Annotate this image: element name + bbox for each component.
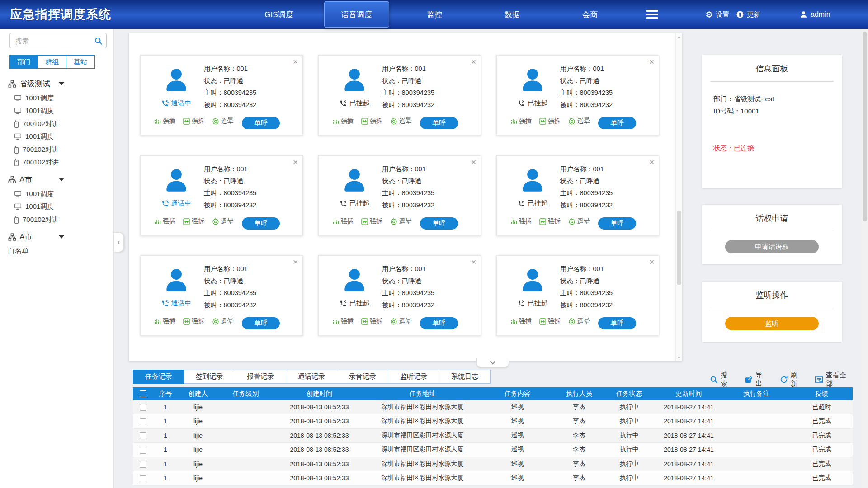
force-release-button[interactable]: 强拆 <box>183 217 204 225</box>
single-call-button[interactable]: 单呼 <box>420 217 458 230</box>
single-call-button[interactable]: 单呼 <box>420 117 458 129</box>
force-release-button[interactable]: 强拆 <box>539 217 561 225</box>
close-icon[interactable]: × <box>293 258 298 266</box>
caret-down-icon[interactable] <box>59 235 64 239</box>
single-call-button[interactable]: 单呼 <box>242 217 280 230</box>
close-icon[interactable]: × <box>293 57 298 66</box>
records-tab[interactable]: 签到记录 <box>184 370 235 384</box>
nav-tab[interactable]: 语音调度 <box>318 0 396 29</box>
tree-item[interactable]: 700102对讲 <box>8 213 112 226</box>
tree-item[interactable]: 1001调度 <box>8 201 112 214</box>
tree-item[interactable]: 700102对讲 <box>8 156 112 169</box>
single-call-button[interactable]: 单呼 <box>420 317 458 329</box>
records-tab[interactable]: 录音记录 <box>337 370 388 384</box>
force-insert-button[interactable]: 强插 <box>332 217 354 225</box>
records-tab[interactable]: 任务记录 <box>133 370 184 384</box>
nav-tab[interactable]: GIS调度 <box>240 0 318 29</box>
tree-item[interactable]: 白名单 <box>8 245 112 258</box>
force-insert-button[interactable]: 强插 <box>154 317 175 325</box>
caret-down-icon[interactable] <box>59 82 64 85</box>
caret-down-icon[interactable] <box>59 178 64 181</box>
nav-tab[interactable]: 监控 <box>396 0 473 29</box>
force-insert-button[interactable]: 强插 <box>332 317 354 325</box>
remote-stun-button[interactable]: 遥晕 <box>212 317 234 325</box>
force-release-button[interactable]: 强拆 <box>183 117 204 125</box>
close-icon[interactable]: × <box>293 158 298 166</box>
remote-stun-button[interactable]: 遥晕 <box>212 117 234 125</box>
remote-stun-button[interactable]: 遥晕 <box>390 217 412 225</box>
force-release-button[interactable]: 强拆 <box>361 217 382 225</box>
close-icon[interactable]: × <box>471 158 476 166</box>
force-insert-button[interactable]: 强插 <box>154 217 175 225</box>
tree-item[interactable]: 1001调度 <box>8 92 112 105</box>
scroll-down-arrow-icon[interactable]: ▼ <box>676 354 682 361</box>
single-call-button[interactable]: 单呼 <box>598 217 636 230</box>
force-insert-button[interactable]: 强插 <box>510 217 532 225</box>
tree-group[interactable]: A市 <box>8 172 112 188</box>
nav-tab[interactable]: 会商 <box>551 0 629 29</box>
row-checkbox[interactable] <box>140 418 146 425</box>
records-tab[interactable]: 通话记录 <box>286 370 337 384</box>
scroll-up-arrow-icon[interactable]: ▲ <box>676 33 682 40</box>
single-call-button[interactable]: 单呼 <box>598 317 636 329</box>
tree-group[interactable]: A市 <box>8 229 112 245</box>
remote-stun-button[interactable]: 遥晕 <box>568 217 590 225</box>
menu-icon[interactable] <box>646 10 658 21</box>
single-call-button[interactable]: 单呼 <box>242 117 280 129</box>
row-checkbox[interactable] <box>140 447 146 454</box>
search-input[interactable] <box>9 33 107 48</box>
tree-item[interactable]: 1001调度 <box>8 105 112 118</box>
force-insert-button[interactable]: 强插 <box>510 117 532 125</box>
sidebar-tab[interactable]: 群组 <box>38 55 66 69</box>
nav-tab[interactable]: 数据 <box>473 0 551 29</box>
remote-stun-button[interactable]: 遥晕 <box>390 117 412 125</box>
sidebar-tab[interactable]: 部门 <box>9 55 38 69</box>
remote-stun-button[interactable]: 遥晕 <box>568 317 590 325</box>
single-call-button[interactable]: 单呼 <box>242 317 280 329</box>
request-floor-button[interactable]: 申请话语权 <box>725 240 819 253</box>
tree-item[interactable]: 700102对讲 <box>8 143 112 156</box>
page-scrollbar[interactable] <box>862 29 868 488</box>
tree-group[interactable]: 省级测试 <box>8 76 112 92</box>
force-release-button[interactable]: 强拆 <box>361 317 382 325</box>
search-button[interactable]: 搜索 <box>710 371 734 388</box>
export-button[interactable]: 导出 <box>745 371 769 388</box>
remote-stun-button[interactable]: 遥晕 <box>390 317 412 325</box>
update-button[interactable]: 更新 <box>736 0 760 29</box>
scrollbar-thumb[interactable] <box>677 211 681 285</box>
records-tab[interactable]: 监听记录 <box>388 370 439 384</box>
tree-item[interactable]: 1001调度 <box>8 188 112 201</box>
row-checkbox[interactable] <box>140 432 146 439</box>
remote-stun-button[interactable]: 遥晕 <box>212 217 234 225</box>
monitor-button[interactable]: 监听 <box>725 317 819 330</box>
force-insert-button[interactable]: 强插 <box>332 117 354 125</box>
row-checkbox[interactable] <box>140 475 146 482</box>
settings-button[interactable]: ⚙ 设置 <box>705 0 729 29</box>
force-release-button[interactable]: 强拆 <box>539 117 561 125</box>
force-release-button[interactable]: 强拆 <box>539 317 561 325</box>
remote-stun-button[interactable]: 遥晕 <box>568 117 590 125</box>
close-icon[interactable]: × <box>649 57 654 66</box>
single-call-button[interactable]: 单呼 <box>598 117 636 129</box>
tree-item[interactable]: 700102对讲 <box>8 117 112 131</box>
records-tab[interactable]: 系统日志 <box>439 370 491 384</box>
sidebar-collapse-handle[interactable]: ‹ <box>114 232 124 252</box>
force-insert-button[interactable]: 强插 <box>154 117 175 125</box>
close-icon[interactable]: × <box>471 57 476 66</box>
refresh-button[interactable]: 刷新 <box>780 371 804 388</box>
close-icon[interactable]: × <box>471 258 476 266</box>
select-all-checkbox[interactable] <box>140 390 146 397</box>
panel-expand-handle[interactable] <box>476 358 509 367</box>
force-insert-button[interactable]: 强插 <box>510 317 532 325</box>
user-menu[interactable]: admin <box>799 0 830 29</box>
search-icon[interactable] <box>94 37 103 45</box>
close-icon[interactable]: × <box>649 158 654 166</box>
close-icon[interactable]: × <box>649 258 654 266</box>
view-all-button[interactable]: 查看全部 <box>815 371 853 388</box>
page-scrollbar-thumb[interactable] <box>863 32 867 221</box>
row-checkbox[interactable] <box>140 461 146 468</box>
records-tab[interactable]: 报警记录 <box>235 370 286 384</box>
sidebar-tab[interactable]: 基站 <box>66 55 95 69</box>
force-release-button[interactable]: 强拆 <box>183 317 204 325</box>
force-release-button[interactable]: 强拆 <box>361 117 382 125</box>
